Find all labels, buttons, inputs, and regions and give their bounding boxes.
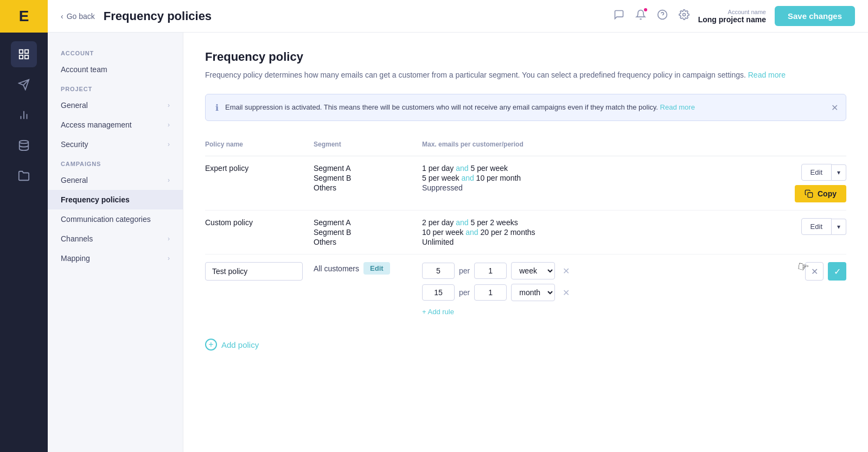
- save-changes-button[interactable]: Save changes: [775, 6, 855, 26]
- nav-campaigns-icon[interactable]: [11, 72, 37, 98]
- confirm-edit-button[interactable]: ✓: [828, 262, 846, 281]
- copy-label: Copy: [818, 189, 837, 198]
- rule-value-input-2[interactable]: [422, 284, 455, 301]
- app-logo[interactable]: E: [0, 0, 48, 33]
- edit-row-actions: ✕ ✓: [760, 262, 846, 281]
- edit-button[interactable]: Edit: [801, 218, 832, 235]
- notifications-icon[interactable]: [635, 9, 646, 23]
- chevron-right-icon: ›: [168, 121, 170, 129]
- policy-name-cell: Custom policy: [205, 211, 314, 254]
- rule-period-select-1[interactable]: day week month year: [511, 262, 555, 279]
- read-more-link[interactable]: Read more: [748, 71, 786, 79]
- policy-segment-cell: Segment A Segment B Others: [314, 156, 422, 211]
- rule-remove-button-2[interactable]: ✕: [559, 286, 572, 299]
- topbar-icons: [614, 9, 690, 23]
- sidebar-item-security[interactable]: Security ›: [48, 135, 183, 154]
- main-wrapper: ‹ Go back Frequency policies: [48, 0, 868, 452]
- sidebar-item-label: Access management: [61, 120, 132, 129]
- nav-files-icon[interactable]: [11, 163, 37, 189]
- svg-rect-0: [20, 50, 23, 53]
- copy-button[interactable]: Copy: [795, 185, 846, 202]
- rule-num-input-1[interactable]: [474, 263, 507, 279]
- rule-value-input-1[interactable]: [422, 263, 455, 279]
- policy-name-input[interactable]: [205, 262, 303, 281]
- segment-item: Segment A: [314, 218, 422, 227]
- add-policy-button[interactable]: + Add policy: [205, 339, 259, 351]
- chevron-right-icon: ›: [168, 235, 170, 243]
- policy-segment-cell: Segment A Segment B Others: [314, 211, 422, 254]
- sidebar-item-account-team[interactable]: Account team: [48, 60, 183, 79]
- segment-item: Segment A: [314, 164, 422, 173]
- rule-remove-button-1[interactable]: ✕: [559, 264, 572, 277]
- segment-edit-group: All customers Edit: [314, 262, 422, 275]
- rule-row-1: per day week month year ✕: [422, 262, 760, 279]
- segment-list: Segment A Segment B Others: [314, 164, 422, 192]
- sidebar-item-label: General: [61, 101, 88, 110]
- svg-rect-2: [20, 55, 23, 59]
- account-name: Long project name: [698, 15, 766, 24]
- rules-list: 1 per day and 5 per week 5 per week and …: [422, 164, 760, 192]
- banner-read-more-link[interactable]: Read more: [660, 103, 695, 111]
- sidebar-item-general-campaigns[interactable]: General ›: [48, 170, 183, 190]
- rules-list: 2 per day and 5 per 2 weeks 10 per week …: [422, 218, 760, 246]
- action-group: Edit ▾: [801, 164, 846, 181]
- section-desc-text: Frequency policy determines how many ema…: [205, 71, 746, 79]
- content-area: ACCOUNT Account team PROJECT General › A…: [48, 33, 868, 452]
- policy-rules-cell: 2 per day and 5 per 2 weeks 10 per week …: [422, 211, 760, 254]
- nav-dashboard-icon[interactable]: [11, 41, 37, 67]
- sidebar-item-frequency-policies[interactable]: Frequency policies: [48, 190, 183, 209]
- col-header-actions: [760, 136, 846, 156]
- icon-bar-nav: [0, 33, 48, 198]
- rule-num-input-2[interactable]: [474, 284, 507, 301]
- edit-table-row: All customers Edit per day: [205, 254, 846, 324]
- main-panel: Frequency policy Frequency policy determ…: [183, 33, 868, 452]
- add-rule-button[interactable]: + Add rule: [422, 308, 454, 316]
- edit-dropdown-button[interactable]: ▾: [832, 164, 846, 181]
- sidebar-section-account: ACCOUNT: [48, 43, 183, 60]
- chat-icon[interactable]: [614, 9, 624, 23]
- segment-item: Others: [314, 183, 422, 192]
- go-back-label: Go back: [67, 12, 95, 21]
- rule-item: 1 per day and 5 per week: [422, 164, 760, 173]
- sidebar-item-general-project[interactable]: General ›: [48, 96, 183, 115]
- policy-rules-cell: 1 per day and 5 per week 5 per week and …: [422, 156, 760, 211]
- banner-close-button[interactable]: ✕: [831, 103, 838, 113]
- edit-dropdown-button[interactable]: ▾: [832, 219, 846, 235]
- svg-rect-11: [808, 193, 813, 198]
- sidebar: ACCOUNT Account team PROJECT General › A…: [48, 33, 183, 452]
- go-back-link[interactable]: ‹ Go back: [61, 12, 95, 21]
- segment-item: Segment B: [314, 174, 422, 182]
- sidebar-item-access-management[interactable]: Access management ›: [48, 115, 183, 135]
- add-policy-label: Add policy: [221, 340, 259, 349]
- chevron-right-icon: ›: [168, 141, 170, 148]
- help-icon[interactable]: [657, 9, 668, 23]
- sidebar-item-mapping[interactable]: Mapping ›: [48, 249, 183, 268]
- edit-button[interactable]: Edit: [801, 164, 832, 181]
- settings-icon[interactable]: [679, 9, 690, 23]
- sidebar-item-label: Security: [61, 140, 88, 149]
- chevron-right-icon: ›: [168, 101, 170, 109]
- sidebar-item-label: Communication categories: [61, 215, 151, 224]
- sidebar-item-communication-categories[interactable]: Communication categories: [48, 209, 183, 229]
- sidebar-section-project: PROJECT: [48, 79, 183, 96]
- copy-icon: [805, 189, 813, 198]
- edit-rules-cell: per day week month year ✕: [422, 254, 760, 324]
- edit-actions-cell: ✕ ✓: [760, 254, 846, 324]
- segment-item: Others: [314, 238, 422, 246]
- nav-analytics-icon[interactable]: [11, 102, 37, 128]
- nav-data-icon[interactable]: [11, 132, 37, 158]
- table-row: Custom policy Segment A Segment B Others…: [205, 211, 846, 254]
- account-label: Account name: [698, 9, 766, 15]
- topbar-left: ‹ Go back Frequency policies: [61, 9, 212, 23]
- sidebar-item-label: General: [61, 176, 88, 184]
- segment-value-label: All customers: [314, 264, 359, 273]
- icon-bar: E: [0, 0, 48, 452]
- cancel-edit-button[interactable]: ✕: [805, 262, 824, 281]
- segment-edit-button[interactable]: Edit: [363, 262, 390, 275]
- chevron-left-icon: ‹: [61, 12, 63, 21]
- sidebar-item-channels[interactable]: Channels ›: [48, 229, 183, 249]
- account-info[interactable]: Account name Long project name: [698, 9, 766, 24]
- col-header-segment: Segment: [314, 136, 422, 156]
- per-label: per: [459, 288, 470, 297]
- rule-period-select-2[interactable]: day week month year: [511, 284, 555, 301]
